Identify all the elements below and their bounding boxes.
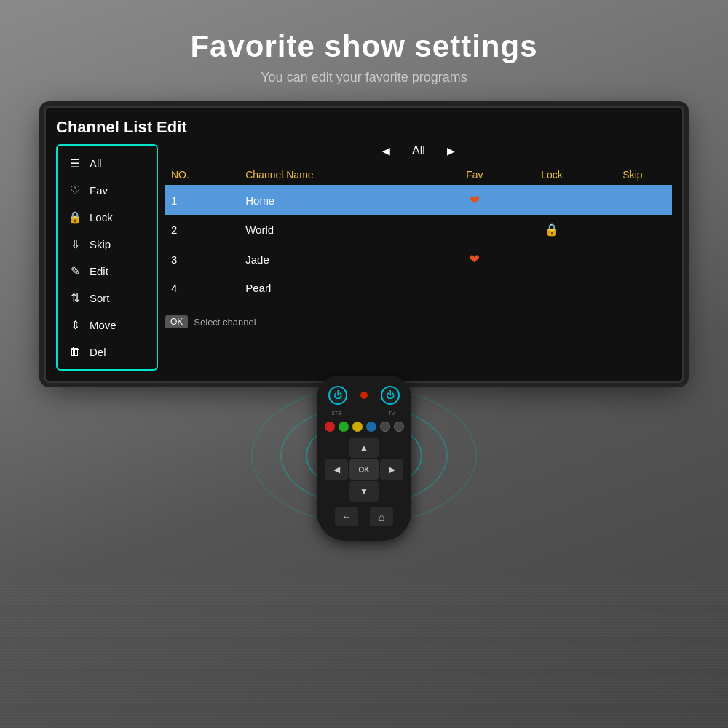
col-header-fav: Fav [439, 165, 510, 185]
tv-screen: Channel List Edit ☰ All ♡ Fav 🔒 Lock ⇩ [44, 106, 684, 383]
nav-ok-button[interactable]: OK [349, 459, 379, 480]
table-header-row: NO. Channel Name Fav Lock Skip [165, 165, 672, 185]
cell-fav [439, 215, 510, 244]
status-bar: OK Select channel [165, 309, 672, 328]
sidebar-item-del[interactable]: 🗑 Del [60, 339, 154, 365]
page-subtitle: You can edit your favorite programs [190, 70, 537, 85]
lock-status-icon: 🔒 [545, 223, 559, 236]
table-row[interactable]: 4Pearl [165, 274, 672, 301]
nav-pad: ▲ ◀ OK ▶ ▼ [325, 438, 403, 502]
screen-title: Channel List Edit [56, 118, 672, 137]
edit-icon: ✎ [68, 264, 82, 278]
cell-fav [439, 274, 510, 301]
channel-nav-row: ◀ All ▶ [165, 144, 672, 157]
extra-button-1[interactable] [380, 422, 390, 432]
cell-skip [593, 185, 672, 215]
col-header-no: NO. [165, 165, 240, 185]
remote-top-row: ⏻ ⏻ [324, 386, 404, 405]
sidebar-label-del: Del [90, 346, 106, 358]
cell-name: World [240, 215, 438, 244]
sidebar-label-move: Move [90, 319, 116, 331]
cell-skip [593, 215, 672, 244]
nav-left-arrow[interactable]: ◀ [382, 145, 390, 157]
fav-icon: ♡ [68, 183, 82, 197]
sidebar-label-fav: Fav [90, 184, 108, 197]
cell-lock [510, 274, 593, 301]
remote-label-row: STB TV [324, 411, 404, 416]
screen-content: Channel List Edit ☰ All ♡ Fav 🔒 Lock ⇩ [46, 108, 682, 381]
sidebar-item-sort[interactable]: ⇅ Sort [60, 285, 154, 312]
nav-up-button[interactable]: ▲ [349, 438, 379, 458]
sidebar: ☰ All ♡ Fav 🔒 Lock ⇩ Skip ✎ Edit [56, 144, 158, 371]
cell-name: Pearl [240, 274, 438, 301]
table-row[interactable]: 1Home❤ [165, 185, 672, 215]
back-button[interactable]: ← [335, 507, 358, 526]
cell-no: 2 [165, 215, 240, 244]
cell-name: Jade [240, 244, 438, 274]
remote-red-dot [360, 392, 368, 399]
green-button[interactable] [339, 422, 349, 432]
cell-no: 3 [165, 244, 240, 274]
cell-fav: ❤ [439, 185, 510, 215]
nav-right-button[interactable]: ▶ [380, 459, 403, 480]
cell-skip [593, 274, 672, 301]
table-row[interactable]: 2World🔒 [165, 215, 672, 244]
extra-button-2[interactable] [394, 422, 404, 432]
cell-name: Home [240, 185, 438, 215]
red-button[interactable] [325, 422, 335, 432]
nav-right-arrow[interactable]: ▶ [447, 145, 455, 157]
ok-badge: OK [165, 315, 188, 328]
sidebar-item-lock[interactable]: 🔒 Lock [60, 204, 154, 231]
cell-lock [510, 244, 593, 274]
page-title: Favorite show settings [190, 29, 537, 64]
col-header-lock: Lock [510, 165, 593, 185]
stb-label: STB [327, 411, 346, 416]
nav-down-button[interactable]: ▼ [349, 481, 379, 502]
screen-body: ☰ All ♡ Fav 🔒 Lock ⇩ Skip ✎ Edit [56, 144, 672, 371]
sidebar-item-skip[interactable]: ⇩ Skip [60, 231, 154, 258]
blue-button[interactable] [366, 422, 376, 432]
remote: ⏻ ⏻ STB TV ▲ ◀ OK ▶ ▼ [317, 376, 411, 541]
cell-fav: ❤ [439, 244, 510, 274]
tv-label: TV [382, 411, 401, 416]
sidebar-item-all[interactable]: ☰ All [60, 150, 154, 177]
skip-icon: ⇩ [68, 237, 82, 251]
heart-icon: ❤ [469, 193, 480, 207]
cell-no: 4 [165, 274, 240, 301]
yellow-button[interactable] [352, 422, 363, 432]
channel-table: NO. Channel Name Fav Lock Skip 1Home❤2Wo… [165, 165, 672, 301]
remote-area: ⏻ ⏻ STB TV ▲ ◀ OK ▶ ▼ [317, 376, 411, 541]
sidebar-item-edit[interactable]: ✎ Edit [60, 258, 154, 285]
cell-lock [510, 185, 593, 215]
sidebar-label-all: All [90, 157, 102, 170]
heart-icon: ❤ [469, 252, 480, 266]
move-icon: ⇕ [68, 318, 82, 332]
sidebar-label-edit: Edit [90, 265, 108, 277]
power-tv-button[interactable]: ⏻ [381, 386, 400, 405]
main-panel: ◀ All ▶ NO. Channel Name Fav Lock Skip [165, 144, 672, 371]
sidebar-item-fav[interactable]: ♡ Fav [60, 177, 154, 204]
all-icon: ☰ [68, 157, 82, 170]
del-icon: 🗑 [68, 345, 82, 358]
nav-label: All [412, 144, 425, 157]
cell-skip [593, 244, 672, 274]
sidebar-item-move[interactable]: ⇕ Move [60, 312, 154, 339]
sort-icon: ⇅ [68, 291, 82, 305]
home-button[interactable]: ⌂ [370, 507, 393, 526]
nav-home-row: ← ⌂ [335, 507, 393, 526]
status-hint: Select channel [194, 317, 256, 328]
sidebar-label-lock: Lock [90, 211, 113, 223]
col-header-name: Channel Name [240, 165, 438, 185]
sidebar-label-sort: Sort [90, 292, 110, 304]
table-row[interactable]: 3Jade❤ [165, 244, 672, 274]
color-buttons [325, 422, 404, 432]
nav-left-button[interactable]: ◀ [325, 459, 348, 480]
page-header: Favorite show settings You can edit your… [190, 29, 537, 85]
cell-no: 1 [165, 185, 240, 215]
sidebar-label-skip: Skip [90, 238, 111, 250]
col-header-skip: Skip [593, 165, 672, 185]
cell-lock: 🔒 [510, 215, 593, 244]
lock-icon: 🔒 [68, 210, 82, 224]
power-stb-button[interactable]: ⏻ [328, 386, 347, 405]
